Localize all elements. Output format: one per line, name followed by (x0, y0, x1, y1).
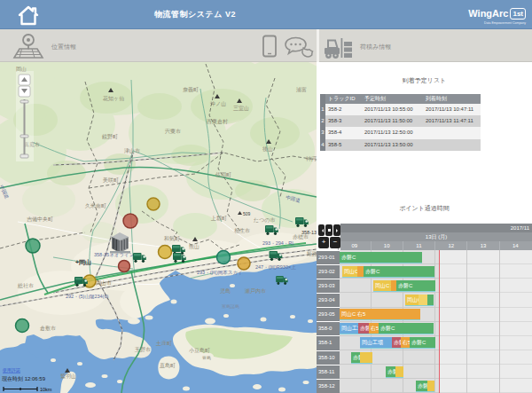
svg-text:総社市: 総社市 (17, 282, 34, 289)
svg-text:直島町: 直島町 (160, 362, 176, 369)
svg-text:奈義町: 奈義町 (183, 86, 199, 93)
svg-text:宍粟市: 宍粟市 (165, 128, 181, 134)
svg-text:豊島: 豊島 (202, 355, 211, 360)
svg-text:土庄町: 土庄町 (155, 340, 172, 346)
svg-text:現在時刻 12:06:59: 現在時刻 12:06:59 (2, 376, 46, 382)
svg-text:津山市: 津山市 (124, 147, 140, 153)
svg-text:玉野市: 玉野市 (135, 346, 151, 352)
svg-text:久米南町: 久米南町 (85, 202, 106, 208)
svg-text:熊山: 熊山 (189, 244, 200, 249)
svg-text:佐用町: 佐用町 (215, 171, 231, 178)
svg-text:家島諸島: 家島諸島 (222, 303, 239, 309)
svg-text:+岡山: +岡山 (75, 259, 91, 266)
svg-text:鷲羽山: 鷲羽山 (60, 373, 76, 380)
svg-text:和気町: 和気町 (164, 235, 180, 241)
svg-text:美咲町: 美咲町 (103, 177, 119, 183)
svg-text:児島: 児島 (220, 288, 231, 295)
svg-text:293・294・RL: 293・294・RL (262, 240, 294, 246)
svg-text:鏡野町: 鏡野町 (102, 133, 118, 140)
svg-text:358-13: 358-13 (301, 230, 317, 235)
svg-text:神河: 神河 (306, 156, 317, 161)
svg-text:吉備中央町: 吉備中央町 (27, 216, 53, 223)
svg-text:292・(5)山陽234(6): 292・(5)山陽234(6) (66, 294, 108, 300)
svg-text:倉敷市: 倉敷市 (40, 325, 56, 332)
svg-text:花知ヶ仙: 花知ヶ仙 (103, 96, 124, 102)
svg-text:使用許諾: 使用許諾 (2, 367, 20, 373)
svg-text:247・(回)R930×上: 247・(回)R930×上 (255, 264, 296, 271)
svg-text:西粟倉村: 西粟倉村 (207, 119, 228, 125)
svg-text:293・(回)岡本スカイ: 293・(回)岡本スカイ (197, 270, 243, 276)
svg-text:瀬戸内市: 瀬戸内市 (245, 287, 266, 294)
svg-text:10km: 10km (40, 387, 52, 392)
svg-text:浦富: 浦富 (296, 86, 307, 93)
svg-text:小豆島町: 小豆島町 (189, 347, 210, 354)
svg-text:たつの市: たつの市 (254, 216, 275, 224)
svg-text:三室山: 三室山 (233, 105, 249, 111)
svg-text:後山: 後山 (262, 146, 273, 152)
svg-text:姫路: 姫路 (307, 250, 317, 257)
svg-text:相生市: 相生市 (234, 227, 250, 234)
svg-text:岡山市: 岡山市 (96, 279, 112, 286)
svg-text:509: 509 (243, 211, 251, 216)
svg-text:上郡町: 上郡町 (210, 215, 227, 222)
svg-text:沖ノ山: 沖ノ山 (210, 101, 226, 106)
